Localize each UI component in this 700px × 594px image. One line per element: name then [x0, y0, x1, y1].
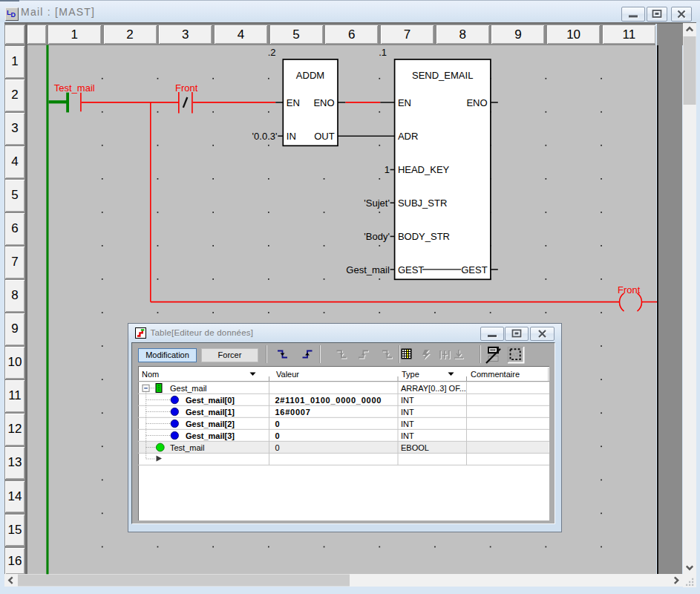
svg-text:AT: AT [511, 351, 519, 359]
